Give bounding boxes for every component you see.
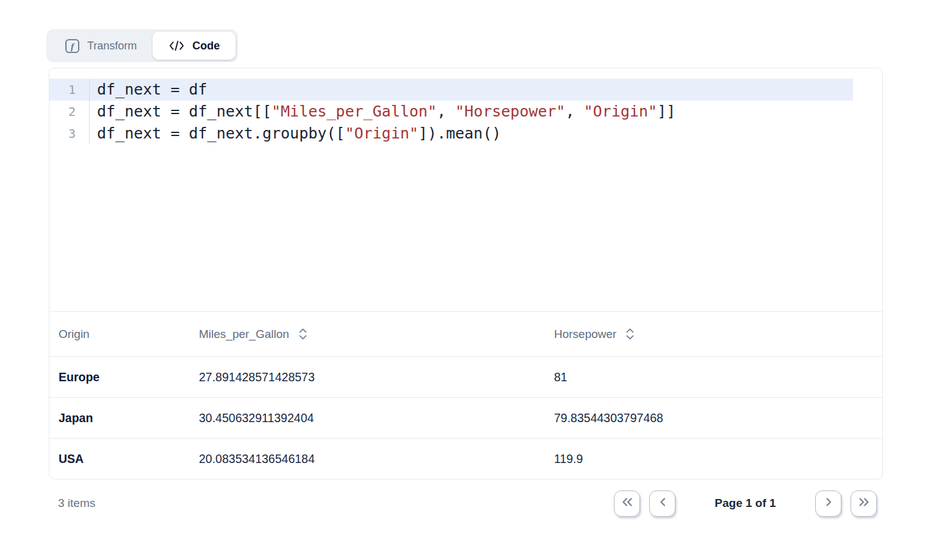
page-indicator: Page 1 of 1 [685, 497, 806, 510]
table-row: Japan 30.450632911392404 79.835443037974… [49, 397, 882, 438]
pagination: Page 1 of 1 [614, 490, 877, 517]
cell-origin: Japan [59, 411, 199, 425]
chevron-left-icon [658, 497, 668, 510]
table-footer: 3 items Page 1 of 1 [49, 489, 883, 517]
cell-miles-per-gallon: 30.450632911392404 [199, 411, 554, 425]
next-page-button[interactable] [815, 490, 841, 517]
last-page-button[interactable] [851, 490, 877, 517]
sort-icon[interactable] [625, 328, 635, 340]
table-header-row: Origin Miles_per_Gallon Horsepower [49, 312, 882, 356]
code-editor[interactable]: 1 df_next = df 2 df_next = df_next[["Mil… [49, 68, 882, 312]
code-line: 2 df_next = df_next[["Miles_per_Gallon",… [49, 101, 853, 123]
chevron-right-icon [824, 497, 833, 510]
tab-transform-label: Transform [87, 40, 137, 52]
code-and-results-panel: 1 df_next = df 2 df_next = df_next[["Mil… [49, 68, 883, 479]
line-number: 2 [49, 101, 90, 123]
cell-origin: Europe [59, 370, 199, 384]
column-header-horsepower: Horsepower [554, 328, 882, 341]
cell-miles-per-gallon: 27.891428571428573 [199, 370, 554, 384]
cell-origin: USA [59, 452, 199, 466]
function-icon: f [65, 38, 80, 54]
table-row: USA 20.083534136546184 119.9 [49, 438, 882, 479]
items-count: 3 items [58, 497, 95, 510]
previous-page-button[interactable] [649, 490, 675, 517]
cell-horsepower: 79.83544303797468 [554, 411, 882, 425]
first-page-button[interactable] [614, 490, 640, 517]
line-number: 3 [49, 123, 90, 145]
column-header-miles-per-gallon: Miles_per_Gallon [199, 328, 554, 341]
code-text: df_next = df_next[["Miles_per_Gallon", "… [90, 101, 675, 123]
code-icon [168, 40, 185, 52]
tab-code-label: Code [192, 40, 220, 52]
code-line: 3 df_next = df_next.groupby(["Origin"]).… [49, 123, 853, 145]
column-header-origin: Origin [59, 328, 199, 341]
table-row: Europe 27.891428571428573 81 [49, 356, 882, 397]
tab-code[interactable]: Code [153, 32, 236, 60]
cell-miles-per-gallon: 20.083534136546184 [199, 452, 554, 466]
svg-text:f: f [71, 41, 75, 51]
code-text: df_next = df [90, 79, 207, 101]
code-line: 1 df_next = df [49, 79, 853, 101]
double-chevron-right-icon [857, 497, 871, 510]
view-mode-tabbar: f Transform Code [46, 29, 238, 62]
sort-icon[interactable] [298, 328, 308, 340]
code-text: df_next = df_next.groupby(["Origin"]).me… [90, 123, 501, 145]
cell-horsepower: 119.9 [554, 452, 882, 466]
cell-horsepower: 81 [554, 370, 882, 384]
line-number: 1 [49, 79, 90, 101]
double-chevron-left-icon [621, 497, 634, 510]
tab-transform[interactable]: f Transform [49, 32, 153, 60]
